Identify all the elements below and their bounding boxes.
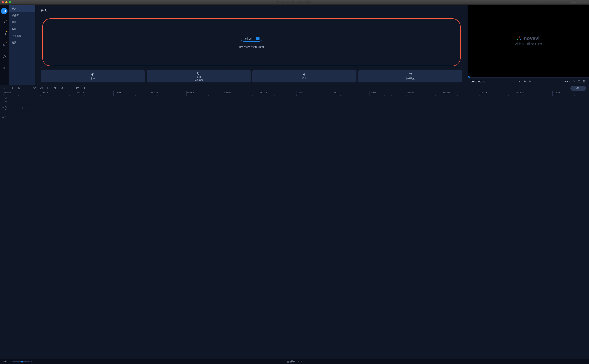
sublist-backgrounds[interactable]: 背景 xyxy=(9,39,35,46)
ruler-tick[interactable]: 00:00:20 xyxy=(150,91,187,96)
popout-button[interactable] xyxy=(583,80,586,83)
ruler-tick[interactable]: 00:01:10 xyxy=(516,91,552,96)
ruler-tick[interactable]: 00:01:00 xyxy=(443,91,479,96)
tool-filters[interactable] xyxy=(1,19,7,26)
ruler-tick[interactable]: 00:00:15 xyxy=(113,91,150,96)
svg-rect-7 xyxy=(197,72,200,74)
preview-video-area: movavi Video Editor Plus xyxy=(468,5,589,77)
split-button[interactable] xyxy=(33,87,36,90)
title-track[interactable]: T xyxy=(0,96,589,103)
link-toggle[interactable] xyxy=(5,100,7,102)
record-camera-button[interactable]: 录像 xyxy=(41,70,145,82)
ruler-tick[interactable]: 00:00:00 xyxy=(4,91,40,96)
zoom-label: 缩放: xyxy=(3,360,8,363)
notification-dot xyxy=(6,20,7,20)
marker-button[interactable] xyxy=(83,87,86,90)
prev-frame-button[interactable] xyxy=(518,80,521,83)
tool-titles[interactable]: TT xyxy=(1,42,7,49)
notification-dot xyxy=(6,42,7,43)
sublist-import[interactable]: 导入 xyxy=(9,5,35,12)
brand-dots-icon xyxy=(517,36,521,40)
chevron-down-icon[interactable]: ▾ xyxy=(256,37,259,40)
svg-rect-1 xyxy=(3,33,6,35)
ruler-tick[interactable]: 00:00:50 xyxy=(370,91,406,96)
timeline-ruler[interactable]: 00:00:0000:00:0500:00:1000:00:1500:00:20… xyxy=(0,91,589,96)
monitor-icon xyxy=(197,72,200,75)
scrubber-handle[interactable] xyxy=(468,76,470,78)
window-controls xyxy=(2,1,11,3)
add-clip-placeholder[interactable]: + xyxy=(11,105,34,112)
crop-button[interactable] xyxy=(47,87,50,90)
fast-video-icon xyxy=(409,73,412,76)
svg-point-20 xyxy=(6,106,6,107)
statusbar: 缩放: − + 项目长度: 00:00 xyxy=(0,359,589,364)
titlebar: Movavi Video Editor Plus - 新项目 www.MacDo… xyxy=(0,0,589,5)
record-audio-button[interactable]: 录音 xyxy=(252,70,357,82)
export-button[interactable]: 导出 xyxy=(570,86,586,91)
next-frame-button[interactable] xyxy=(529,80,532,83)
empty-timeline-area[interactable] xyxy=(0,120,589,359)
zoom-slider-track[interactable] xyxy=(13,361,30,362)
preview-scrubber[interactable] xyxy=(468,77,589,78)
ruler-tick[interactable]: 00:00:35 xyxy=(260,91,296,96)
sublist-media[interactable]: 媒体区 xyxy=(9,12,35,19)
audio-track-icon xyxy=(2,116,4,118)
brand-text: movavi xyxy=(522,35,540,41)
tool-more[interactable] xyxy=(1,65,7,71)
sublist-sounds[interactable]: 声音 xyxy=(9,19,35,26)
close-window-button[interactable] xyxy=(2,1,4,3)
ruler-tick[interactable]: 00:00:55 xyxy=(406,91,443,96)
aspect-ratio-selector[interactable]: 16:9 ▾ xyxy=(563,80,570,83)
zoom-out-button[interactable]: − xyxy=(10,360,11,363)
fast-video-button[interactable]: 快速视频 xyxy=(358,70,462,82)
maximize-window-button[interactable] xyxy=(9,1,11,3)
tool-stickers[interactable] xyxy=(1,53,7,60)
visibility-toggle[interactable] xyxy=(5,97,7,99)
fullscreen-button[interactable] xyxy=(578,80,580,83)
window-title: Movavi Video Editor Plus - 新项目 xyxy=(277,1,312,4)
color-adjust-button[interactable] xyxy=(53,87,56,90)
clip-properties-button[interactable] xyxy=(60,87,63,90)
rotate-button[interactable] xyxy=(40,87,43,90)
svg-rect-9 xyxy=(409,73,411,75)
zoom-slider-handle[interactable] xyxy=(21,361,23,363)
project-length-value: 00:00 xyxy=(297,360,302,363)
video-track-icon xyxy=(2,107,4,110)
zoom-in-button[interactable]: + xyxy=(31,360,32,363)
visibility-toggle[interactable] xyxy=(5,106,7,108)
mute-toggle[interactable] xyxy=(5,109,7,111)
dropzone-hint: 将文件或文件夹拖到此处 xyxy=(239,46,264,49)
tool-transitions[interactable] xyxy=(1,31,7,37)
ruler-tick[interactable]: 00:00:30 xyxy=(223,91,260,96)
add-files-button[interactable]: 添加文件 ▾ xyxy=(241,36,262,42)
record-screen-button[interactable]: 录制截屏视频 xyxy=(147,70,251,82)
delete-button[interactable] xyxy=(18,87,20,90)
sublist-music[interactable]: 音乐 xyxy=(9,26,35,32)
audio-track[interactable] xyxy=(0,113,589,120)
mute-toggle[interactable] xyxy=(5,116,7,118)
microphone-icon xyxy=(303,73,306,76)
ruler-tick[interactable]: 00:00:10 xyxy=(77,91,113,96)
ruler-tick[interactable]: 00:01:05 xyxy=(479,91,516,96)
camera-icon xyxy=(91,73,94,76)
dropzone[interactable]: 添加文件 ▾ 将文件或文件夹拖到此处 xyxy=(41,17,462,68)
svg-point-18 xyxy=(6,98,6,98)
ruler-tick[interactable]: 00:00:25 xyxy=(186,91,223,96)
capture-buttons: 录像 录制截屏视频 录音 快速视频 xyxy=(41,70,462,82)
redo-button[interactable] xyxy=(10,87,13,90)
sublist-stock-video[interactable]: 库存视频 xyxy=(9,32,35,39)
tool-import[interactable] xyxy=(1,8,7,14)
transition-wizard-button[interactable] xyxy=(76,87,79,90)
ruler-tick[interactable]: 00:01:15 xyxy=(552,91,589,96)
zoom-slider[interactable]: − + xyxy=(10,360,32,363)
play-button[interactable] xyxy=(523,80,527,83)
svg-rect-8 xyxy=(304,73,305,75)
video-track[interactable]: + xyxy=(0,103,589,113)
preview-panel: movavi Video Editor Plus 00:00:00.000 16… xyxy=(468,5,589,85)
ruler-tick[interactable]: 00:00:45 xyxy=(333,91,370,96)
volume-button[interactable] xyxy=(572,80,575,83)
minimize-window-button[interactable] xyxy=(5,1,7,3)
ruler-tick[interactable]: 00:00:40 xyxy=(296,91,333,96)
undo-button[interactable] xyxy=(3,87,7,90)
ruler-tick[interactable]: 00:00:05 xyxy=(40,91,77,96)
